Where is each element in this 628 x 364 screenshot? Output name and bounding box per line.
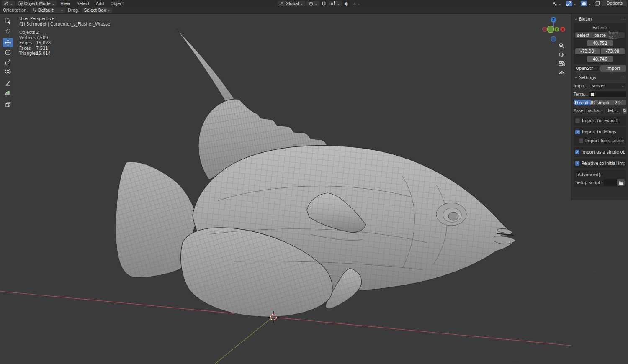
chevron-down-icon: ⌄ — [52, 3, 55, 5]
checkbox-label: Import for export — [582, 118, 618, 123]
tool-annotate[interactable] — [3, 79, 13, 88]
extent-select-button[interactable]: select — [575, 32, 592, 38]
transform-orientation-dropdown[interactable]: Global ⌄ — [278, 1, 305, 6]
show-overlays-button[interactable]: ⌄ — [564, 1, 579, 6]
pan-hand-button[interactable] — [558, 51, 566, 59]
perspective-toggle-button[interactable] — [558, 68, 566, 77]
relative-import-box: ✓ Relative to initial import — [574, 159, 626, 168]
checkbox-import-buildings[interactable]: ✓ Import buildings — [575, 129, 625, 135]
axis-neg-y-ball[interactable] — [547, 26, 554, 33]
mesh-object-icon — [591, 93, 594, 96]
import-mode-dropdown[interactable]: server ⌄ — [590, 83, 626, 89]
orientation-value: Default — [38, 8, 54, 13]
stat-label: Edges — [19, 41, 36, 46]
annotate-pen-icon — [5, 80, 11, 87]
menu-select[interactable]: Select — [74, 1, 92, 6]
zoom-button[interactable] — [558, 42, 566, 50]
panel-drag-dots-icon[interactable]: ∷∷ — [622, 75, 625, 79]
pivot-point-dropdown[interactable]: ⌄ — [306, 1, 320, 6]
menu-object[interactable]: Object — [108, 1, 126, 6]
tab-3d-realistic[interactable]: 3D reali... — [574, 100, 591, 105]
tool-cursor[interactable] — [3, 26, 13, 36]
axis-neg-x-ball[interactable] — [543, 27, 547, 32]
show-gizmo-button[interactable]: ⌄ — [550, 1, 564, 6]
drag-label: Drag: — [68, 8, 80, 13]
terrain-object-field[interactable] — [589, 91, 626, 97]
shading-options-button[interactable]: ⌄ — [579, 1, 593, 6]
setup-script-field[interactable] — [604, 179, 617, 186]
snap-magnet-toggle[interactable] — [321, 1, 327, 6]
panel-drag-dots-icon[interactable]: ∷∷ — [622, 17, 625, 21]
blosm-panel-title: Blosm — [579, 17, 592, 21]
coord-left-field[interactable]: -73.98 — [575, 48, 600, 54]
drag-value: Select Box — [84, 8, 106, 13]
tab-2d[interactable]: 2D — [609, 100, 626, 105]
mode-select-dropdown[interactable]: Object Mode ⌄ — [16, 1, 57, 6]
stat-value: 7,521 — [36, 46, 48, 51]
options-button[interactable]: Options — [602, 0, 627, 6]
fish-mouth — [494, 228, 516, 244]
tool-move[interactable] — [3, 38, 13, 47]
tab-3d-simple[interactable]: 3D simple — [591, 100, 608, 105]
file-browse-button[interactable] — [617, 179, 625, 186]
fish-eye — [436, 203, 466, 226]
navigation-gizmo[interactable]: Z Y X — [543, 17, 566, 41]
settings-panel-header[interactable]: ⌄ Settings ∷∷ — [574, 74, 626, 81]
stat-row: Triangles15,014 — [19, 51, 110, 56]
svg-text:X: X — [561, 28, 564, 31]
tool-rotate[interactable] — [3, 48, 13, 57]
checkbox[interactable] — [579, 138, 583, 143]
toggle-xray-button[interactable] — [594, 1, 600, 6]
checkbox[interactable]: ✓ — [575, 130, 580, 134]
stat-row: Faces7,521 — [19, 46, 110, 51]
settings-panel-title: Settings — [579, 75, 596, 80]
menu-add[interactable]: Add — [93, 1, 106, 6]
tool-scale[interactable] — [3, 57, 13, 67]
snap-target-dropdown[interactable]: ⌄ — [328, 1, 342, 6]
active-collection-label: (1) 3d model | Carpenter_s_Flasher_Wrass… — [19, 22, 110, 27]
refresh-button[interactable]: ↻ — [623, 108, 627, 114]
checkbox-import-for-export[interactable]: Import for export — [575, 118, 625, 124]
axis-neg-z-ball[interactable] — [551, 36, 556, 41]
menu-view[interactable]: View — [58, 1, 73, 6]
import-button[interactable]: import — [600, 65, 626, 72]
terrain-label: Terra... — [574, 92, 588, 97]
drag-dropdown[interactable]: Select Box ⌄ — [82, 8, 112, 13]
chevron-down-icon: ⌄ — [595, 67, 597, 70]
proportional-editing-toggle[interactable]: ◉ — [343, 1, 350, 6]
xray-icon — [595, 1, 600, 6]
checkbox[interactable] — [575, 118, 580, 123]
tool-select-box[interactable] — [3, 17, 13, 26]
viewport-nav-buttons[interactable] — [557, 42, 566, 77]
stat-row: Vertices7,509 — [19, 36, 110, 41]
extent-from-active-button[interactable]: from ac... — [608, 32, 625, 38]
proportional-falloff-dropdown[interactable]: ∧ ⌄ — [351, 1, 363, 6]
viewport-header: ⌄ Object Mode ⌄ View Select Add Object G… — [0, 0, 628, 7]
coord-top-field[interactable]: 40.752 — [587, 40, 613, 46]
coord-right-field[interactable]: -73.98 — [601, 48, 625, 54]
overlays-icon — [566, 1, 572, 6]
stat-label: Objects — [19, 30, 36, 36]
tool-measure[interactable] — [3, 88, 13, 97]
camera-view-button[interactable] — [557, 59, 566, 68]
blender-window: Z Y X — [0, 0, 628, 364]
single-object-box: ✓ Import as a single object — [574, 147, 626, 157]
extent-paste-button[interactable]: paste — [592, 32, 608, 38]
blosm-panel-header[interactable]: ⌄ Blosm ∷∷ — [574, 15, 626, 22]
checkbox[interactable]: ✓ — [575, 161, 579, 166]
asset-package-dropdown[interactable]: def... ⌄ — [605, 108, 621, 114]
editor-type-button[interactable]: ⌄ — [2, 1, 15, 6]
chevron-down-icon: ⌄ — [358, 3, 360, 5]
import-source-dropdown[interactable]: OpenStre... ⌄ — [574, 65, 600, 72]
checkbox-single-object[interactable]: ✓ Import as a single object — [575, 149, 625, 155]
extent-label: Extent: — [575, 26, 625, 30]
checkbox-relative-import[interactable]: ✓ Relative to initial import — [575, 160, 625, 167]
coord-bottom-field[interactable]: 40.746 — [587, 56, 613, 62]
tool-add-cube[interactable] — [3, 100, 13, 109]
checkbox[interactable]: ✓ — [575, 150, 579, 154]
orientation-dropdown[interactable]: Default ⌄ — [31, 8, 65, 13]
fish-model[interactable] — [116, 29, 516, 317]
tool-transform[interactable] — [3, 67, 13, 76]
chevron-down-icon: ⌄ — [616, 110, 619, 112]
checkbox-import-forests[interactable]: Import fore...arate trees — [575, 138, 625, 144]
